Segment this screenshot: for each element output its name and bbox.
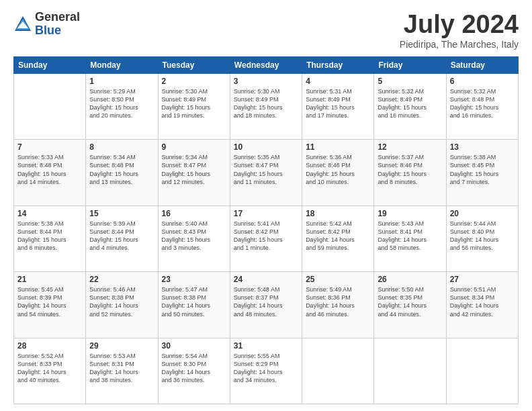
calendar-cell: 12Sunrise: 5:37 AM Sunset: 8:46 PM Dayli…: [374, 140, 446, 205]
calendar-header-saturday: Saturday: [446, 56, 518, 73]
day-content: Sunrise: 5:29 AM Sunset: 8:50 PM Dayligh…: [89, 87, 154, 120]
day-number: 31: [234, 341, 298, 351]
day-content: Sunrise: 5:46 AM Sunset: 8:38 PM Dayligh…: [89, 285, 154, 318]
calendar-cell: 10Sunrise: 5:35 AM Sunset: 8:47 PM Dayli…: [230, 140, 302, 205]
calendar: SundayMondayTuesdayWednesdayThursdayFrid…: [13, 56, 519, 404]
day-content: Sunrise: 5:55 AM Sunset: 8:29 PM Dayligh…: [234, 352, 298, 385]
calendar-header-friday: Friday: [374, 56, 446, 73]
day-content: Sunrise: 5:43 AM Sunset: 8:41 PM Dayligh…: [378, 220, 442, 253]
calendar-header-monday: Monday: [86, 56, 158, 73]
day-content: Sunrise: 5:45 AM Sunset: 8:39 PM Dayligh…: [17, 285, 82, 318]
calendar-week-row: 28Sunrise: 5:52 AM Sunset: 8:33 PM Dayli…: [14, 338, 519, 404]
day-number: 12: [378, 142, 442, 152]
calendar-cell: 29Sunrise: 5:53 AM Sunset: 8:31 PM Dayli…: [86, 338, 158, 404]
day-number: 3: [234, 77, 298, 86]
header: General Blue July 2024 Piediripa, The Ma…: [13, 11, 519, 50]
day-number: 28: [17, 341, 82, 351]
calendar-header-thursday: Thursday: [302, 56, 374, 73]
calendar-cell: 27Sunrise: 5:51 AM Sunset: 8:34 PM Dayli…: [446, 272, 518, 338]
day-content: Sunrise: 5:38 AM Sunset: 8:45 PM Dayligh…: [450, 153, 515, 186]
calendar-cell: 2Sunrise: 5:30 AM Sunset: 8:49 PM Daylig…: [158, 73, 230, 139]
day-content: Sunrise: 5:47 AM Sunset: 8:38 PM Dayligh…: [162, 285, 226, 318]
day-number: 9: [162, 142, 226, 152]
day-content: Sunrise: 5:34 AM Sunset: 8:48 PM Dayligh…: [89, 153, 154, 186]
day-number: 25: [306, 275, 370, 284]
day-number: 8: [89, 142, 154, 152]
logo-blue: Blue: [35, 24, 80, 38]
calendar-cell: 31Sunrise: 5:55 AM Sunset: 8:29 PM Dayli…: [230, 338, 302, 404]
calendar-cell: 9Sunrise: 5:34 AM Sunset: 8:47 PM Daylig…: [158, 140, 230, 205]
logo: General Blue: [13, 11, 80, 38]
day-number: 2: [162, 77, 226, 86]
calendar-cell: [14, 73, 86, 139]
calendar-cell: 30Sunrise: 5:54 AM Sunset: 8:30 PM Dayli…: [158, 338, 230, 404]
day-number: 10: [234, 142, 298, 152]
day-content: Sunrise: 5:37 AM Sunset: 8:46 PM Dayligh…: [378, 153, 442, 186]
calendar-header-sunday: Sunday: [14, 56, 86, 73]
calendar-cell: 15Sunrise: 5:39 AM Sunset: 8:44 PM Dayli…: [86, 205, 158, 271]
calendar-cell: 18Sunrise: 5:42 AM Sunset: 8:42 PM Dayli…: [302, 205, 374, 271]
calendar-cell: 24Sunrise: 5:48 AM Sunset: 8:37 PM Dayli…: [230, 272, 302, 338]
day-content: Sunrise: 5:32 AM Sunset: 8:48 PM Dayligh…: [450, 87, 515, 120]
calendar-cell: 1Sunrise: 5:29 AM Sunset: 8:50 PM Daylig…: [86, 73, 158, 139]
day-content: Sunrise: 5:32 AM Sunset: 8:49 PM Dayligh…: [378, 87, 442, 120]
day-number: 19: [378, 209, 442, 218]
day-number: 17: [234, 209, 298, 218]
calendar-cell: 21Sunrise: 5:45 AM Sunset: 8:39 PM Dayli…: [14, 272, 86, 338]
calendar-cell: 23Sunrise: 5:47 AM Sunset: 8:38 PM Dayli…: [158, 272, 230, 338]
day-number: 20: [450, 209, 515, 218]
day-number: 30: [162, 341, 226, 351]
calendar-cell: 4Sunrise: 5:31 AM Sunset: 8:49 PM Daylig…: [302, 73, 374, 139]
calendar-cell: [446, 338, 518, 404]
calendar-header-tuesday: Tuesday: [158, 56, 230, 73]
calendar-cell: 8Sunrise: 5:34 AM Sunset: 8:48 PM Daylig…: [86, 140, 158, 205]
calendar-cell: 11Sunrise: 5:36 AM Sunset: 8:46 PM Dayli…: [302, 140, 374, 205]
calendar-cell: 26Sunrise: 5:50 AM Sunset: 8:35 PM Dayli…: [374, 272, 446, 338]
day-content: Sunrise: 5:41 AM Sunset: 8:42 PM Dayligh…: [234, 220, 298, 253]
day-number: 4: [306, 77, 370, 86]
day-number: 26: [378, 275, 442, 284]
day-number: 23: [162, 275, 226, 284]
day-content: Sunrise: 5:42 AM Sunset: 8:42 PM Dayligh…: [306, 220, 370, 253]
month-title: July 2024: [400, 11, 519, 39]
day-content: Sunrise: 5:36 AM Sunset: 8:46 PM Dayligh…: [306, 153, 370, 186]
calendar-cell: 5Sunrise: 5:32 AM Sunset: 8:49 PM Daylig…: [374, 73, 446, 139]
calendar-week-row: 1Sunrise: 5:29 AM Sunset: 8:50 PM Daylig…: [14, 73, 519, 139]
calendar-week-row: 7Sunrise: 5:33 AM Sunset: 8:48 PM Daylig…: [14, 140, 519, 205]
calendar-cell: 25Sunrise: 5:49 AM Sunset: 8:36 PM Dayli…: [302, 272, 374, 338]
calendar-cell: 19Sunrise: 5:43 AM Sunset: 8:41 PM Dayli…: [374, 205, 446, 271]
calendar-week-row: 14Sunrise: 5:38 AM Sunset: 8:44 PM Dayli…: [14, 205, 519, 271]
day-content: Sunrise: 5:48 AM Sunset: 8:37 PM Dayligh…: [234, 285, 298, 318]
day-content: Sunrise: 5:50 AM Sunset: 8:35 PM Dayligh…: [378, 285, 442, 318]
day-content: Sunrise: 5:34 AM Sunset: 8:47 PM Dayligh…: [162, 153, 226, 186]
day-number: 21: [17, 275, 82, 284]
day-number: 13: [450, 142, 515, 152]
day-number: 24: [234, 275, 298, 284]
day-number: 18: [306, 209, 370, 218]
page: General Blue July 2024 Piediripa, The Ma…: [0, 0, 532, 411]
day-number: 11: [306, 142, 370, 152]
calendar-cell: 13Sunrise: 5:38 AM Sunset: 8:45 PM Dayli…: [446, 140, 518, 205]
day-number: 7: [17, 142, 82, 152]
calendar-header-wednesday: Wednesday: [230, 56, 302, 73]
day-content: Sunrise: 5:39 AM Sunset: 8:44 PM Dayligh…: [89, 220, 154, 253]
day-content: Sunrise: 5:54 AM Sunset: 8:30 PM Dayligh…: [162, 352, 226, 385]
day-content: Sunrise: 5:38 AM Sunset: 8:44 PM Dayligh…: [17, 220, 82, 253]
day-number: 14: [17, 209, 82, 218]
calendar-cell: [374, 338, 446, 404]
day-number: 16: [162, 209, 226, 218]
location: Piediripa, The Marches, Italy: [400, 39, 519, 50]
calendar-cell: 7Sunrise: 5:33 AM Sunset: 8:48 PM Daylig…: [14, 140, 86, 205]
calendar-cell: 16Sunrise: 5:40 AM Sunset: 8:43 PM Dayli…: [158, 205, 230, 271]
day-content: Sunrise: 5:30 AM Sunset: 8:49 PM Dayligh…: [234, 87, 298, 120]
day-content: Sunrise: 5:35 AM Sunset: 8:47 PM Dayligh…: [234, 153, 298, 186]
logo-icon: [13, 15, 32, 34]
calendar-cell: 22Sunrise: 5:46 AM Sunset: 8:38 PM Dayli…: [86, 272, 158, 338]
title-section: July 2024 Piediripa, The Marches, Italy: [400, 11, 519, 50]
calendar-cell: 6Sunrise: 5:32 AM Sunset: 8:48 PM Daylig…: [446, 73, 518, 139]
calendar-week-row: 21Sunrise: 5:45 AM Sunset: 8:39 PM Dayli…: [14, 272, 519, 338]
calendar-cell: 28Sunrise: 5:52 AM Sunset: 8:33 PM Dayli…: [14, 338, 86, 404]
day-content: Sunrise: 5:52 AM Sunset: 8:33 PM Dayligh…: [17, 352, 82, 385]
calendar-header-row: SundayMondayTuesdayWednesdayThursdayFrid…: [14, 56, 519, 73]
day-content: Sunrise: 5:51 AM Sunset: 8:34 PM Dayligh…: [450, 285, 515, 318]
